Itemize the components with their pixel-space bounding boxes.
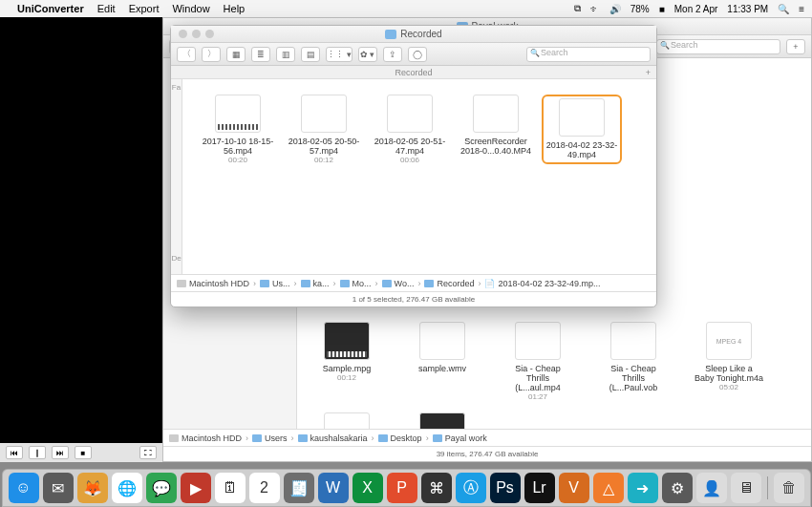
file-item[interactable]: Sia - Cheap Thrills (L...Paul.vob <box>599 322 668 401</box>
folder-icon <box>301 280 310 287</box>
path-separator-icon: › <box>333 279 336 288</box>
path-label: Desktop <box>391 433 422 443</box>
dropbox-icon[interactable]: ⧉ <box>574 3 581 14</box>
action-button[interactable]: ✿ ▾ <box>358 47 377 62</box>
fullscreen-button[interactable]: ⛶ <box>139 446 157 459</box>
new-tab-button[interactable]: + <box>646 66 651 79</box>
window-traffic-lights[interactable] <box>179 30 214 38</box>
file-item[interactable]: Welcome Video Sample.mkv <box>312 412 381 429</box>
dock-app-icon[interactable]: ⌘ <box>421 473 452 503</box>
dock-app-icon[interactable]: Ps <box>490 473 521 503</box>
finder-fg-content-area[interactable]: 2017-10-10 18-15-56.mp400:202018-02-05 2… <box>182 79 656 274</box>
file-thumb-icon <box>559 98 605 137</box>
path-separator-icon: › <box>253 279 256 288</box>
file-item[interactable]: Sample.mpg00:12 <box>312 322 381 401</box>
dock-app-icon[interactable]: ✉ <box>43 473 74 503</box>
path-segment[interactable]: kaushalsakaria <box>298 433 368 443</box>
file-item[interactable]: 2017-10-10 18-15-56.mp400:20 <box>198 95 278 164</box>
dock-app-icon[interactable]: Lr <box>524 473 555 503</box>
mac-menubar: UniConverter Edit Export Window Help ⧉ ᯤ… <box>0 0 812 17</box>
dock-app-icon[interactable]: V <box>559 473 589 503</box>
dock-app-icon[interactable]: 🖥 <box>731 473 761 503</box>
file-item[interactable]: MPEG 4Sleep Like a Baby Tonight.m4a05:02 <box>694 322 763 401</box>
dock-app-icon[interactable]: △ <box>593 473 624 503</box>
add-tab-button[interactable]: + <box>786 39 805 54</box>
dock-app-icon[interactable]: 2 <box>249 473 280 503</box>
finder-fg-titlebar[interactable]: Recorded <box>171 26 656 43</box>
dock-app-icon[interactable]: 🧾 <box>284 473 314 503</box>
file-name: Sia - Cheap Thrills (L...aul.mp4 <box>503 364 572 392</box>
view-columns-button[interactable]: ▥ <box>276 47 295 62</box>
file-item-selected[interactable]: 2018-04-02 23-32-49.mp4 <box>542 95 622 164</box>
dock-app-icon[interactable]: ▶ <box>181 473 211 503</box>
path-segment[interactable]: ka... <box>301 279 330 288</box>
path-segment[interactable]: Us... <box>260 279 290 288</box>
file-item[interactable]: Welcome Video Sample.mov00:28 <box>408 412 477 429</box>
dock-app-icon[interactable]: ⚙ <box>662 473 693 503</box>
finder-window-recorded: Recorded 〈 〉 ▦ ≣ ▥ ▤ ⋮⋮ ▾ ✿ ▾ ⇪ ◯ Search… <box>170 25 657 307</box>
stop-button[interactable]: ■ <box>75 446 92 459</box>
share-button[interactable]: ⇪ <box>383 47 402 62</box>
battery-icon[interactable]: ■ <box>659 4 665 14</box>
finder-search-input[interactable]: Search <box>656 39 780 54</box>
back-button[interactable]: 〈 <box>177 47 196 62</box>
menubar-date[interactable]: Mon 2 Apr <box>674 4 718 14</box>
file-item[interactable]: sample.wmv <box>408 322 477 401</box>
app-name[interactable]: UniConverter <box>17 3 84 14</box>
file-thumb-icon <box>387 95 433 133</box>
path-segment[interactable]: Users <box>252 433 288 443</box>
path-segment[interactable]: Mo... <box>340 279 372 288</box>
path-segment[interactable]: Macintosh HDD <box>177 279 249 288</box>
dock-app-icon[interactable]: P <box>387 473 417 503</box>
forward-button[interactable]: 〉 <box>202 47 221 62</box>
volume-icon[interactable]: 🔊 <box>609 4 621 14</box>
file-item[interactable]: 2018-02-05 20-51-47.mp400:06 <box>370 95 450 164</box>
dock-app-icon[interactable]: 👤 <box>696 473 727 503</box>
folder-icon <box>252 434 262 442</box>
arrange-button[interactable]: ⋮⋮ ▾ <box>326 47 353 62</box>
play-pause-button[interactable]: ∥ <box>29 446 46 459</box>
dock-app-icon[interactable]: 💬 <box>146 473 177 503</box>
next-button[interactable]: ⏭ <box>52 446 69 459</box>
spotlight-icon[interactable]: 🔍 <box>778 4 789 14</box>
path-segment[interactable]: Wo... <box>382 279 415 288</box>
menubar-time[interactable]: 11:33 PM <box>727 4 768 14</box>
path-segment[interactable]: Desktop <box>378 433 422 443</box>
prev-button[interactable]: ⏮ <box>6 446 23 459</box>
dock-app-icon[interactable]: X <box>353 473 383 503</box>
tags-button[interactable]: ◯ <box>408 47 427 62</box>
dock-app-icon[interactable]: 🗓 <box>215 473 246 503</box>
file-thumb-icon <box>610 322 656 360</box>
path-segment[interactable]: Recorded <box>424 279 474 288</box>
dock-app-icon[interactable]: Ⓐ <box>456 473 486 503</box>
path-segment[interactable]: Macintosh HDD <box>169 433 242 443</box>
menu-edit[interactable]: Edit <box>97 3 116 14</box>
dock-app-icon[interactable]: ➜ <box>628 473 658 503</box>
dock-app-icon[interactable]: ☺ <box>9 473 39 503</box>
view-icons-button[interactable]: ▦ <box>226 47 246 62</box>
dock-app-icon[interactable]: W <box>318 473 349 503</box>
folder-icon <box>424 280 434 287</box>
view-list-button[interactable]: ≣ <box>251 47 270 62</box>
file-item[interactable]: ScreenRecorder 2018-0...0.40.MP4 <box>456 95 536 164</box>
menu-export[interactable]: Export <box>129 3 160 14</box>
path-segment[interactable]: Payal work <box>433 433 487 443</box>
file-thumb-icon <box>301 95 347 133</box>
wifi-icon[interactable]: ᯤ <box>590 4 600 14</box>
finder-fg-search-input[interactable]: Search <box>526 47 651 62</box>
dock-app-icon[interactable]: 🦊 <box>77 473 108 503</box>
dock-app-icon[interactable]: 🌐 <box>112 473 142 503</box>
tab-recorded[interactable]: Recorded <box>395 68 432 77</box>
menu-help[interactable]: Help <box>224 3 246 14</box>
notification-center-icon[interactable]: ≡ <box>799 4 804 14</box>
view-gallery-button[interactable]: ▤ <box>301 47 320 62</box>
menu-window[interactable]: Window <box>172 3 209 14</box>
path-separator-icon: › <box>294 279 297 288</box>
file-item[interactable]: Sia - Cheap Thrills (L...aul.mp401:27 <box>503 322 572 401</box>
path-segment[interactable]: 📄2018-04-02 23-32-49.mp... <box>484 279 600 288</box>
file-item[interactable]: 2018-02-05 20-50-57.mp400:12 <box>284 95 364 164</box>
finder-statusbar: 39 items, 276.47 GB available <box>163 446 811 461</box>
file-name: 2017-10-10 18-15-56.mp4 <box>198 137 278 156</box>
trash-icon[interactable]: 🗑 <box>774 473 804 503</box>
path-label: Users <box>265 433 288 443</box>
